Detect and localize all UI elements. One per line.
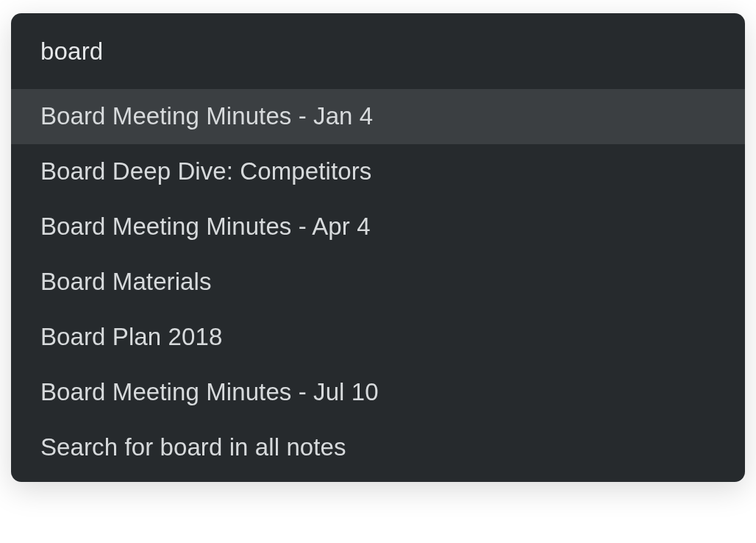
result-item-label: Board Meeting Minutes - Jul 10 (40, 378, 379, 405)
result-item-label: Board Materials (40, 268, 212, 295)
result-item[interactable]: Board Meeting Minutes - Jan 4 (11, 89, 745, 144)
result-item[interactable]: Board Deep Dive: Competitors (11, 144, 745, 199)
result-item-label: Board Deep Dive: Competitors (40, 157, 371, 185)
result-item-label: Board Plan 2018 (40, 323, 222, 350)
quick-switcher-palette: Board Meeting Minutes - Jan 4 Board Deep… (11, 13, 745, 482)
results-list: Board Meeting Minutes - Jan 4 Board Deep… (11, 89, 745, 482)
result-item[interactable]: Board Meeting Minutes - Jul 10 (11, 365, 745, 420)
result-item-label: Search for board in all notes (40, 433, 346, 461)
search-row (11, 13, 745, 89)
result-item-label: Board Meeting Minutes - Apr 4 (40, 213, 371, 240)
search-input[interactable] (40, 38, 716, 65)
result-item[interactable]: Board Plan 2018 (11, 310, 745, 365)
result-item-search-all[interactable]: Search for board in all notes (11, 420, 745, 482)
result-item-label: Board Meeting Minutes - Jan 4 (40, 102, 373, 129)
result-item[interactable]: Board Meeting Minutes - Apr 4 (11, 199, 745, 255)
result-item[interactable]: Board Materials (11, 255, 745, 310)
